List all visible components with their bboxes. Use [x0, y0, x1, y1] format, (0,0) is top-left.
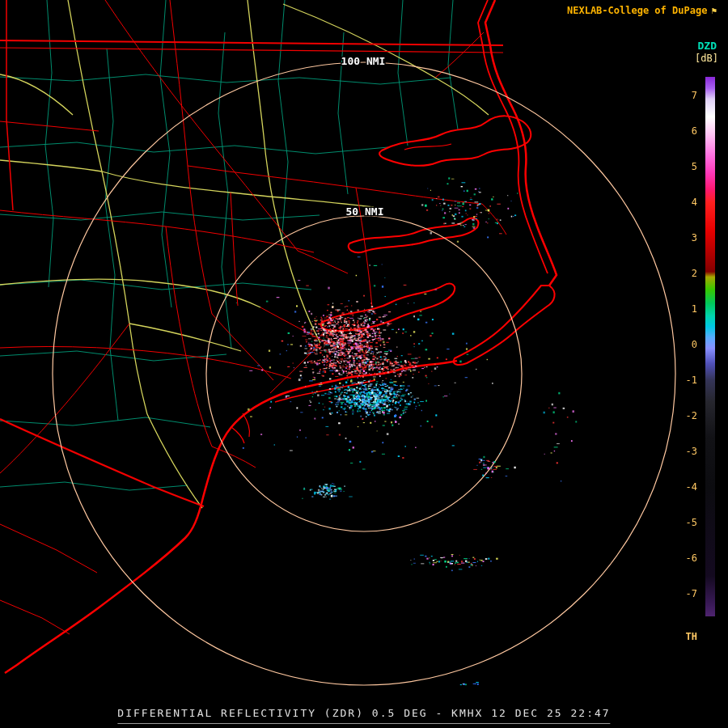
colorbar-tick-label: -5 — [665, 516, 697, 529]
colorbar-tick-label: 6 — [665, 125, 697, 138]
colorbar-tick-label: 3 — [665, 231, 697, 244]
colorbar-tick-label: 0 — [665, 338, 697, 351]
colorbar-tick-label: -3 — [665, 445, 697, 458]
threshold-label: TH — [665, 631, 697, 642]
colorbar-tick-label: 4 — [665, 196, 697, 209]
colorbar-tick-label: 7 — [665, 89, 697, 102]
radar-echoes-canvas — [0, 0, 728, 728]
units-label: [dB] — [695, 53, 718, 64]
colorbar-tick-label: -4 — [665, 480, 697, 493]
product-code-label: DZD — [698, 40, 717, 52]
colorbar-tick-label: -7 — [665, 587, 697, 600]
colorbar-tick-label: -1 — [665, 374, 697, 387]
colorbar-gradient — [705, 77, 715, 616]
colorbar-tick-label: -6 — [665, 552, 697, 565]
colorbar-tick-label: 1 — [665, 303, 697, 315]
colorbar-tick-label: 2 — [665, 267, 697, 280]
colorbar-tick-label: -2 — [665, 409, 697, 422]
radar-display: 100 NMI 50 NMI NEXLAB-College of DuPage … — [0, 0, 728, 728]
cod-logo-icon: ⚑ — [711, 6, 717, 16]
colorbar-ticks: 76543210-1-2-3-4-5-6-7 — [665, 0, 697, 728]
colorbar-tick-label: 5 — [665, 160, 697, 173]
product-caption: DIFFERENTIAL REFLECTIVITY (ZDR) 0.5 DEG … — [117, 707, 610, 724]
